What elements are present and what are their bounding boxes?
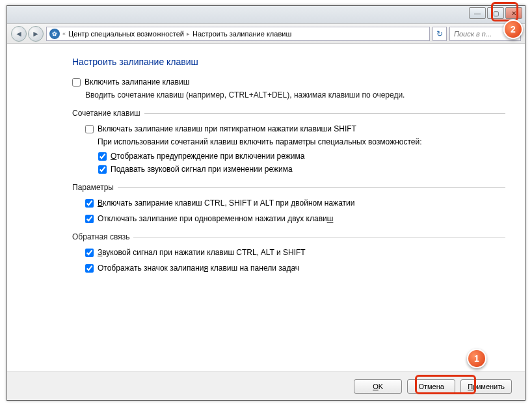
breadcrumb-seg-1[interactable]: Центр специальных возможностей — [68, 30, 184, 38]
show-warning-label: Отображать предупреждение при включении … — [111, 152, 304, 161]
address-bar: ◄ ► ✿ « Центр специальных возможностей ▸… — [7, 24, 525, 44]
group-feedback: Обратная связь Звуковой сигнал при нажат… — [72, 232, 505, 273]
back-button[interactable]: ◄ — [11, 26, 27, 42]
minimize-button[interactable]: — — [469, 7, 486, 19]
tray-icon-label: Отображать значок залипания клавиш на па… — [98, 264, 299, 273]
cancel-button[interactable]: Отмена — [407, 379, 455, 394]
turnoff-two-keys-checkbox[interactable] — [85, 215, 94, 223]
play-sound-checkbox[interactable] — [98, 165, 107, 174]
turnoff-two-keys-label: Отключать залипание при одновременном на… — [98, 214, 333, 223]
enable-5x-shift-label: Включать залипание клавиш при пятикратно… — [98, 124, 356, 133]
page-title: Настроить залипание клавиш — [72, 57, 505, 67]
apply-button[interactable]: Применить — [460, 379, 512, 394]
refresh-button[interactable]: ↻ — [432, 27, 447, 41]
beep-modifier-checkbox[interactable] — [85, 249, 94, 257]
shortcut-use-desc: При использовании сочетаний клавиш включ… — [98, 137, 422, 146]
chevron-right-icon: ▸ — [187, 31, 190, 37]
enable-sticky-label: Включить залипание клавиш — [85, 77, 189, 87]
ease-of-access-icon: ✿ — [49, 29, 60, 39]
callout-2: 2 — [503, 20, 523, 39]
breadcrumb-seg-2[interactable]: Настроить залипание клавиш — [193, 30, 291, 38]
enable-sticky-checkbox[interactable] — [72, 78, 81, 87]
callout-1: 1 — [467, 349, 486, 368]
content-area: Настроить залипание клавиш Включить зали… — [7, 44, 525, 372]
maximize-button[interactable]: ▢ — [487, 7, 504, 19]
lock-modifier-checkbox[interactable] — [85, 199, 94, 208]
titlebar: — ▢ ✕ — [7, 6, 525, 24]
ok-button[interactable]: OK — [354, 379, 402, 394]
tray-icon-checkbox[interactable] — [85, 264, 94, 273]
forward-button[interactable]: ► — [28, 26, 44, 42]
group-shortcut: Сочетание клавиш Включать залипание клав… — [72, 109, 505, 174]
chevron-left-icon: « — [62, 31, 66, 37]
show-warning-checkbox[interactable] — [98, 152, 107, 161]
enable-5x-shift-checkbox[interactable] — [85, 125, 94, 133]
window-controls: — ▢ ✕ — [469, 7, 522, 19]
beep-modifier-label: Звуковой сигнал при нажатии клавиш CTRL,… — [98, 248, 306, 257]
play-sound-label: Подавать звуковой сигнал при изменении р… — [111, 165, 293, 174]
dialog-footer: OK Отмена Применить — [7, 372, 525, 400]
group-params: Параметры Включать запирание клавиш CTRL… — [72, 183, 505, 223]
group-feedback-title: Обратная связь — [72, 232, 505, 241]
lock-modifier-label: Включать запирание клавиш CTRL, SHIFT и … — [98, 198, 354, 208]
enable-sticky-desc: Вводить сочетание клавиш (например, CTRL… — [85, 90, 505, 100]
breadcrumb[interactable]: ✿ « Центр специальных возможностей ▸ Нас… — [46, 27, 430, 41]
window-frame: — ▢ ✕ ◄ ► ✿ « Центр специальных возможно… — [7, 5, 525, 401]
group-shortcut-title: Сочетание клавиш — [72, 109, 505, 118]
close-button[interactable]: ✕ — [505, 7, 522, 19]
group-params-title: Параметры — [72, 183, 505, 192]
